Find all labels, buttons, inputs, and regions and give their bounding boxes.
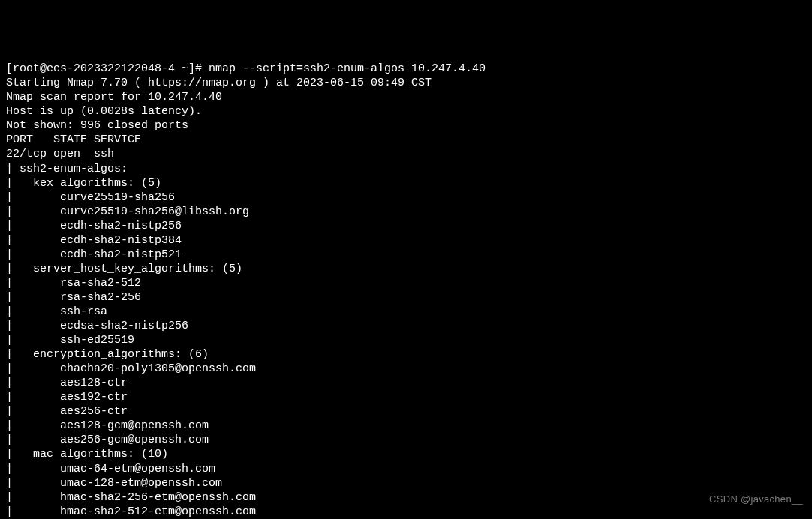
output-line: Starting Nmap 7.70 ( https://nmap.org ) … bbox=[6, 76, 806, 90]
output-line: | curve25519-sha256 bbox=[6, 190, 806, 205]
output-line: | umac-64-etm@openssh.com bbox=[6, 462, 806, 476]
output-line: | aes128-ctr bbox=[6, 376, 806, 390]
output-line: | aes256-gcm@openssh.com bbox=[6, 433, 806, 447]
output-line: | mac_algorithms: (10) bbox=[6, 447, 806, 461]
output-line: | kex_algorithms: (5) bbox=[6, 176, 806, 190]
output-line: Host is up (0.0028s latency). bbox=[6, 104, 806, 118]
output-line: | encryption_algorithms: (6) bbox=[6, 347, 806, 362]
output-line: | aes256-ctr bbox=[6, 404, 806, 418]
typed-command: nmap --script=ssh2-enum-algos 10.247.4.4… bbox=[209, 62, 486, 75]
command-line: [root@ecs-2023322122048-4 ~]# nmap --scr… bbox=[6, 62, 806, 76]
output-line: 22/tcp open ssh bbox=[6, 147, 806, 161]
output-line: | ecdh-sha2-nistp256 bbox=[6, 219, 806, 233]
output-line: | ssh2-enum-algos: bbox=[6, 162, 806, 176]
output-line: PORT STATE SERVICE bbox=[6, 133, 806, 147]
watermark-text: CSDN @javachen__ bbox=[709, 494, 803, 506]
output-line: | umac-128-etm@openssh.com bbox=[6, 476, 806, 490]
output-line: | rsa-sha2-256 bbox=[6, 290, 806, 304]
output-line: | ecdh-sha2-nistp384 bbox=[6, 233, 806, 248]
output-line: | ecdsa-sha2-nistp256 bbox=[6, 319, 806, 333]
output-line: | chacha20-poly1305@openssh.com bbox=[6, 362, 806, 376]
output-line: | ecdh-sha2-nistp521 bbox=[6, 248, 806, 262]
output-line: | aes128-gcm@openssh.com bbox=[6, 418, 806, 433]
output-line: | curve25519-sha256@libssh.org bbox=[6, 205, 806, 219]
output-line: | rsa-sha2-512 bbox=[6, 276, 806, 290]
output-line: | ssh-rsa bbox=[6, 304, 806, 319]
output-line: Not shown: 996 closed ports bbox=[6, 118, 806, 133]
output-line: Nmap scan report for 10.247.4.40 bbox=[6, 90, 806, 104]
output-line: | ssh-ed25519 bbox=[6, 333, 806, 347]
output-line: | aes192-ctr bbox=[6, 390, 806, 404]
shell-prompt: [root@ecs-2023322122048-4 ~]# bbox=[6, 62, 209, 75]
output-line: | hmac-sha2-512-etm@openssh.com bbox=[6, 505, 806, 519]
output-line: | server_host_key_algorithms: (5) bbox=[6, 262, 806, 276]
output-line: | hmac-sha2-256-etm@openssh.com bbox=[6, 490, 806, 505]
terminal-output[interactable]: [root@ecs-2023322122048-4 ~]# nmap --scr… bbox=[6, 62, 806, 519]
